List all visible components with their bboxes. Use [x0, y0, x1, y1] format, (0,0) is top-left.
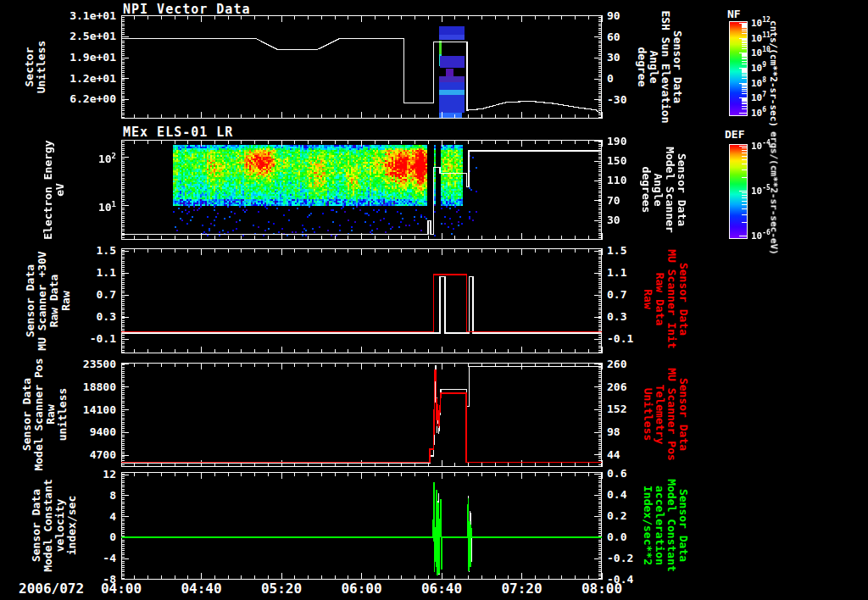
- colorbar-minor-tick: [742, 25, 747, 26]
- colorbar-minor-tick: [742, 177, 747, 178]
- y-tick-label-left: 2.5e+01: [57, 30, 116, 42]
- y-tick-label-right: -30: [607, 93, 626, 106]
- colorbar-tick-label: 107: [751, 91, 766, 103]
- y-tick-label-right: 150: [607, 154, 626, 167]
- colorbar-minor-tick: [742, 72, 747, 73]
- colorbar-minor-tick: [742, 214, 747, 215]
- x-tick-label: 08:00: [568, 581, 636, 597]
- colorbar-minor-tick: [742, 54, 747, 55]
- colorbar-minor-tick: [742, 61, 747, 62]
- colorbar-minor-tick: [742, 83, 747, 84]
- colorbar-minor-tick: [742, 204, 747, 205]
- x-tick-label: 07:20: [488, 581, 556, 597]
- y-tick-label-right: 44: [607, 448, 620, 461]
- series-scanner-angle: [121, 151, 602, 235]
- colorbar-minor-tick: [742, 103, 747, 104]
- colorbar-minor-tick: [742, 27, 747, 28]
- panel-5-left-axis-label: Sensor Data Model Constant velocity inde…: [31, 479, 78, 572]
- x-tick-label: 06:40: [408, 581, 476, 597]
- y-tick-label-right: 0.0: [607, 531, 626, 543]
- colorbar-minor-tick: [742, 69, 747, 69]
- colorbar-tick-label: 10-5: [751, 184, 771, 197]
- series-mu-scanner-pos-telemetry: [121, 369, 602, 462]
- colorbar-minor-tick: [742, 156, 747, 157]
- colorbar-minor-tick: [742, 44, 747, 45]
- y-tick-label-right: 190: [607, 135, 626, 147]
- colorbar-minor-tick: [742, 78, 747, 79]
- colorbar-minor-tick: [742, 195, 747, 196]
- colorbar-minor-tick: [742, 48, 747, 49]
- y-tick-label-right: 1.1: [607, 266, 626, 279]
- colorbar-minor-tick: [742, 70, 747, 71]
- colorbar-minor-tick: [742, 64, 747, 64]
- y-tick-label-right: 0.6: [607, 467, 626, 480]
- y-tick-label-right: 0.2: [607, 509, 626, 522]
- series-sector: [121, 38, 602, 114]
- colorbar-minor-tick: [742, 222, 747, 223]
- series-model-constant-acceleration: [121, 483, 602, 576]
- colorbar-tick-label: 108: [751, 76, 766, 89]
- colorbar-tick-label: 106: [751, 106, 766, 119]
- series-scanner-init-raw: [121, 275, 602, 332]
- panel2-title: MEx ELS-01 LR: [123, 125, 233, 140]
- colorbar-minor-tick: [742, 101, 747, 102]
- y-tick-label-right: 70: [607, 194, 620, 207]
- colorbar-minor-tick: [742, 91, 747, 92]
- x-tick-label: 04:40: [168, 581, 236, 597]
- colorbar-minor-tick: [742, 192, 747, 193]
- colorbar-minor-tick: [742, 55, 747, 56]
- colorbar-minor-tick: [742, 38, 747, 39]
- colorbar-minor-tick: [742, 58, 747, 59]
- colorbar-minor-tick: [742, 46, 747, 47]
- y-tick-label-right: 0.4: [607, 488, 626, 501]
- colorbar-minor-tick: [742, 56, 747, 57]
- colorbar-minor-tick: [742, 85, 747, 86]
- y-tick-label-left: 1.2e+01: [57, 72, 116, 85]
- colorbar-minor-tick: [742, 26, 747, 27]
- y-tick-label-right: -0.2: [607, 552, 633, 564]
- series-scanner-30v-raw: [121, 277, 602, 333]
- colorbar-minor-tick: [742, 74, 747, 75]
- colorbar-minor-tick: [742, 31, 747, 31]
- y-tick-label-right: 152: [607, 403, 626, 415]
- colorbar-unit-label: cnts/(cm**2-sr-sec): [768, 20, 779, 127]
- colorbar-minor-tick: [742, 147, 747, 148]
- colorbar-minor-tick: [742, 69, 747, 70]
- colorbar-minor-tick: [742, 84, 747, 85]
- colorbar-minor-tick: [742, 169, 747, 170]
- colorbar-minor-tick: [742, 33, 747, 34]
- colorbar-minor-tick: [742, 40, 747, 41]
- y-tick-label-right: 30: [607, 214, 620, 226]
- panel-1-right-axis-label: Sensor Data ESH Sun Elevation Angle degr…: [636, 10, 683, 123]
- colorbar-minor-tick: [742, 197, 747, 198]
- colorbar-tick-label: 109: [751, 61, 766, 74]
- panel-2-left-axis-label: Electron Energy eV: [42, 140, 66, 239]
- colorbar-def-label: DEF: [725, 128, 744, 141]
- x-tick-label: 06:00: [328, 581, 396, 597]
- series-model-constant-velocity: [121, 493, 602, 575]
- colorbar-minor-tick: [742, 99, 747, 100]
- colorbar-minor-tick: [742, 42, 747, 42]
- colorbar-minor-tick: [742, 71, 747, 72]
- panel-4-right-axis-label: Sensor Data MU Scanner Pos Telemetry Uni…: [642, 368, 689, 461]
- y-tick-label-right: 1.5: [607, 244, 626, 257]
- x-tick-label: 04:00: [87, 581, 155, 597]
- series-model-scanner-pos: [121, 365, 602, 464]
- y-tick-label-right: 0: [607, 72, 614, 85]
- panel-4-plot-area: [121, 363, 602, 467]
- y-tick-label-right: 30: [607, 51, 620, 64]
- y-tick-label-right: 60: [607, 31, 620, 43]
- y-tick-label-right: 98: [607, 425, 620, 438]
- panel-2-plot-area: [121, 140, 602, 240]
- panel-3-plot-area: [121, 248, 602, 353]
- y-tick-label-right: 206: [607, 381, 626, 393]
- y-tick-label-right: 260: [607, 358, 626, 370]
- colorbar-nf-label: NF: [727, 8, 741, 20]
- colorbar-tick-label: 10-6: [751, 229, 771, 242]
- colorbar-minor-tick: [742, 103, 747, 103]
- y-tick-label-right: -0.1: [607, 332, 633, 345]
- colorbar-major-tick: [739, 236, 747, 236]
- y-tick-label-right: 110: [607, 174, 626, 186]
- panel-3-left-axis-label: Sensor Data MU Scanner +30V Raw Data Raw: [25, 251, 72, 350]
- colorbar-minor-tick: [742, 24, 747, 25]
